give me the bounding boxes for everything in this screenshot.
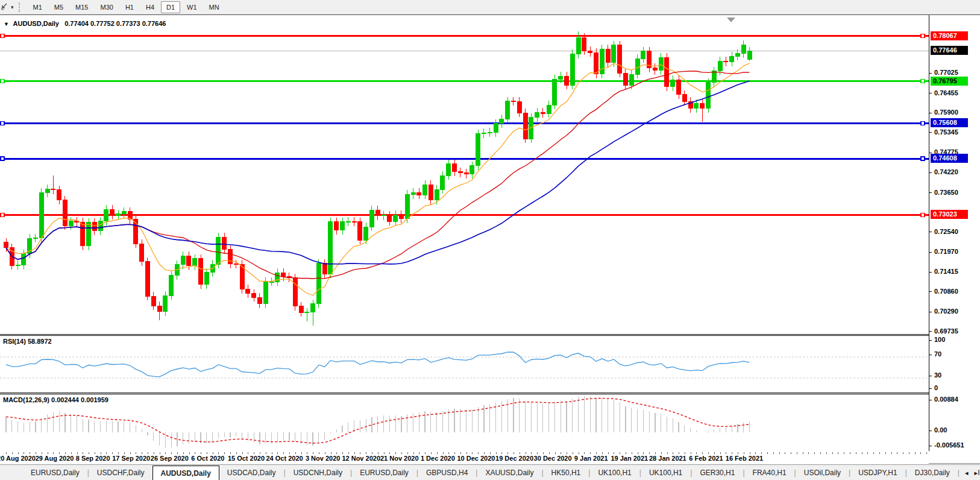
price-tick-label: 0.73650 xyxy=(934,189,958,196)
tool-dropdown-caret-icon[interactable]: ▾ xyxy=(11,4,14,10)
time-tick-dash xyxy=(48,452,48,454)
price-axis[interactable]: 0.770250.764550.759000.753450.747750.742… xyxy=(929,15,980,451)
level-line-handle-icon[interactable] xyxy=(921,121,925,125)
chart-collapse-caret-icon[interactable]: ▼ xyxy=(4,21,9,27)
timeframe-button-M30[interactable]: M30 xyxy=(95,1,119,13)
chart-tab-uk100-h1[interactable]: UK100,H1 xyxy=(641,465,690,480)
level-line-handle-icon[interactable] xyxy=(1,157,4,160)
bear-candle xyxy=(352,221,356,222)
chart-tab-uk100-h1[interactable]: UK100,H1 xyxy=(590,465,639,480)
time-tick-dash xyxy=(555,452,556,454)
bull-candle xyxy=(712,71,716,83)
time-tick-dash xyxy=(472,452,473,454)
chart-tab-eurusd-daily[interactable]: EURUSD,Daily xyxy=(352,465,416,480)
level-line-handle-icon[interactable] xyxy=(1,34,4,38)
time-tick-dash xyxy=(626,452,626,454)
timeframe-button-H1[interactable]: H1 xyxy=(120,1,139,13)
tab-scroll-right-icon[interactable]: ▸ xyxy=(974,469,978,477)
bear-candle xyxy=(322,264,327,274)
level-line-handle-icon[interactable] xyxy=(921,34,925,38)
time-tick-dash xyxy=(785,452,785,454)
time-tick-dash xyxy=(596,452,597,454)
timeframe-button-W1[interactable]: W1 xyxy=(181,1,203,13)
time-tick-dash xyxy=(336,452,337,454)
chart-tab-xauusd-daily[interactable]: XAUUSD,Daily xyxy=(477,465,541,480)
rsi-tick-label: 30 xyxy=(934,371,941,379)
chart-tab-usdcad-daily[interactable]: USDCAD,Daily xyxy=(219,465,284,480)
bear-candle xyxy=(388,215,392,222)
bull-candle xyxy=(216,237,221,264)
time-tick-dash xyxy=(213,452,213,454)
time-tick-dash xyxy=(507,452,508,454)
level-line-handle-icon[interactable] xyxy=(1,121,4,125)
rsi-indicator-pane[interactable]: RSI(14) 58.8972 xyxy=(0,335,929,393)
date-label: 19 Dec 2020 xyxy=(495,455,533,462)
tab-scroll-left-icon[interactable]: ◂ xyxy=(965,469,969,477)
toolbar-grip-handle[interactable] xyxy=(19,2,24,12)
bull-candle xyxy=(269,282,274,282)
level-line-handle-icon[interactable] xyxy=(1,213,4,216)
time-tick-dash xyxy=(720,452,721,454)
chart-tab-hk50-h1[interactable]: HK50,H1 xyxy=(544,465,589,480)
chart-tab-fra40-h1[interactable]: FRA40,H1 xyxy=(745,465,794,480)
time-tick-dash xyxy=(879,452,880,454)
time-tick-dash xyxy=(407,452,408,454)
price-tick-dash xyxy=(929,331,932,332)
bear-candle xyxy=(252,294,256,297)
timeframe-button-MN[interactable]: MN xyxy=(204,1,225,13)
bull-candle xyxy=(671,80,675,86)
chart-tab-dj30-daily[interactable]: DJ30,Daily xyxy=(907,465,958,480)
main-price-pane[interactable]: ▼ AUDUSD,Daily 0.77404 0.77752 0.77373 0… xyxy=(0,16,929,335)
timeframe-button-H4[interactable]: H4 xyxy=(140,1,160,13)
time-tick-dash xyxy=(36,452,36,454)
time-tick-dash xyxy=(71,452,72,454)
timeframe-button-M5[interactable]: M5 xyxy=(49,1,69,13)
bull-candle xyxy=(476,134,480,166)
cursor-tool-button[interactable]: ▾ xyxy=(0,1,16,14)
bull-candle xyxy=(346,221,350,222)
bull-candle xyxy=(706,83,711,109)
level-line-handle-icon[interactable] xyxy=(921,80,925,83)
timeframe-button-M15[interactable]: M15 xyxy=(70,1,93,13)
time-tick-dash xyxy=(897,452,897,454)
price-level-badge: 0.73023 xyxy=(931,210,968,219)
time-tick-dash xyxy=(655,452,656,454)
time-tick-dash xyxy=(236,452,237,454)
time-tick-dash xyxy=(89,452,89,454)
chart-tab-usdchf-daily[interactable]: USDCHF,Daily xyxy=(89,465,152,480)
time-axis[interactable]: 20 Aug 202029 Aug 20208 Sep 202017 Sep 2… xyxy=(0,452,929,464)
chart-tab-eurusd-daily[interactable]: EURUSD,Daily xyxy=(23,465,87,480)
chart-tab-gbpusd-h4[interactable]: GBPUSD,H4 xyxy=(418,465,476,480)
level-line-handle-icon[interactable] xyxy=(1,80,4,83)
bear-candle xyxy=(358,222,362,241)
time-tick-dash xyxy=(218,452,219,454)
time-tick-dash xyxy=(496,452,497,454)
time-tick-dash xyxy=(183,452,184,454)
level-line-handle-icon[interactable] xyxy=(921,213,925,216)
bull-candle xyxy=(394,215,398,221)
time-tick-dash xyxy=(490,452,491,454)
chart-tab-usdcnh-daily[interactable]: USDCNH,Daily xyxy=(286,465,350,480)
timeframe-button-D1[interactable]: D1 xyxy=(161,1,180,13)
price-tick-label: 0.76455 xyxy=(934,89,958,96)
level-line-handle-icon[interactable] xyxy=(921,157,925,160)
candlestick-canvas[interactable] xyxy=(0,16,929,334)
time-tick-dash xyxy=(160,452,160,454)
chart-tab-usdjpy-h1[interactable]: USDJPY,H1 xyxy=(850,465,905,480)
bear-candle xyxy=(458,172,462,173)
bear-candle xyxy=(523,113,527,139)
macd-tick-label: 0.00 xyxy=(934,426,947,434)
chart-tab-usoil-daily[interactable]: USOil,Daily xyxy=(796,465,849,480)
chart-ohlc-values: 0.77404 0.77752 0.77373 0.77646 xyxy=(64,20,166,27)
tab-scroll-controls: ◂▸ xyxy=(960,465,978,480)
timeframe-button-M1[interactable]: M1 xyxy=(28,1,48,13)
time-tick-dash xyxy=(277,452,278,454)
chart-tab-ger30-h1[interactable]: GER30,H1 xyxy=(692,465,743,480)
macd-tick-dash xyxy=(929,400,932,400)
chart-tab-audusd-daily[interactable]: AUDUSD,Daily xyxy=(152,466,219,480)
macd-indicator-pane[interactable]: MACD(12,26,9) 0.002444 0.001959 xyxy=(0,394,929,453)
price-level-badge: 0.75608 xyxy=(931,118,968,127)
time-tick-dash xyxy=(295,452,296,454)
time-tick-dash xyxy=(514,452,514,454)
time-tick-dash xyxy=(307,452,307,454)
